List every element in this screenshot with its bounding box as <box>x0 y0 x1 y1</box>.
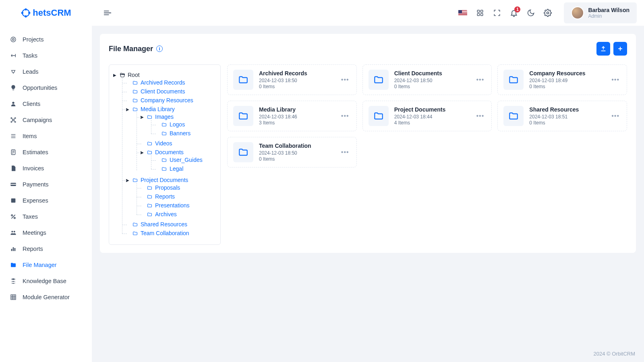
sidebar-item-expenses[interactable]: Expenses <box>0 192 92 209</box>
tree-node-user-guides[interactable]: User_Guides <box>155 157 216 163</box>
folder-menu-icon[interactable]: ••• <box>340 74 351 85</box>
folder-menu-icon[interactable]: ••• <box>340 111 351 121</box>
folder-open-icon <box>120 72 125 78</box>
folder-card[interactable]: Team Collaboration2024-12-03 18:500 Item… <box>227 137 357 168</box>
sidebar-item-clients[interactable]: Clients <box>0 96 92 112</box>
folder-date: 2024-12-03 18:46 <box>259 114 334 120</box>
tree-node-archives[interactable]: Archives <box>141 211 216 217</box>
sidebar-item-leads[interactable]: Leads <box>0 64 92 80</box>
folder-card[interactable]: Client Documents2024-12-03 18:500 Items•… <box>362 64 492 95</box>
sidebar-item-payments[interactable]: Payments <box>0 176 92 192</box>
avatar <box>571 6 584 19</box>
footer: 2024 © OrbitCRM <box>0 348 644 360</box>
tree-node-presentations[interactable]: Presentations <box>141 202 216 209</box>
tree-node-banners[interactable]: Banners <box>155 130 216 137</box>
tree-node-reports[interactable]: Reports <box>141 193 216 200</box>
upload-button[interactable] <box>596 42 610 56</box>
sidebar-item-taxes[interactable]: Taxes <box>0 209 92 225</box>
svg-line-30 <box>11 215 15 218</box>
folder-card[interactable]: Company Resources2024-12-03 18:490 Items… <box>497 64 627 95</box>
tree-node-logos[interactable]: Logos <box>155 121 216 128</box>
sidebar-item-estimates[interactable]: Estimates <box>0 144 92 160</box>
sidebar-item-invoices[interactable]: Invoices <box>0 160 92 176</box>
svg-point-3 <box>22 12 23 13</box>
folder-menu-icon[interactable]: ••• <box>475 74 486 85</box>
tree-node-shared-resources[interactable]: Shared Resources <box>126 221 216 228</box>
leads-icon <box>10 68 17 75</box>
sidebar-item-tasks[interactable]: Tasks <box>0 48 92 64</box>
folder-menu-icon[interactable]: ••• <box>610 111 621 121</box>
folder-name: Company Resources <box>529 70 604 77</box>
tree-node-images[interactable]: ▶Images <box>141 114 216 120</box>
sidebar-item-campaigns[interactable]: Campaigns <box>0 112 92 128</box>
tree-label: Root <box>128 72 140 78</box>
sidebar-item-label: Opportunities <box>23 85 57 91</box>
sidebar-item-reports[interactable]: Reports <box>0 241 92 257</box>
notifications-bell-icon[interactable]: 1 <box>510 9 518 17</box>
folder-icon <box>133 107 138 112</box>
apps-grid-icon[interactable] <box>476 9 484 17</box>
opportunities-icon <box>10 84 17 91</box>
folder-info: Client Documents2024-12-03 18:500 Items <box>394 70 469 89</box>
sidebar-item-module-generator[interactable]: Module Generator <box>0 289 92 305</box>
folder-info: Shared Resources2024-12-03 18:510 Items <box>529 106 604 126</box>
folder-card[interactable]: Shared Resources2024-12-03 18:510 Items•… <box>497 101 627 131</box>
tree-node-team-collaboration[interactable]: Team Collaboration <box>126 230 216 236</box>
dark-mode-icon[interactable] <box>527 9 535 17</box>
folder-tree: ▶ Root Archived Records Client Documents… <box>109 64 221 245</box>
language-flag-us[interactable] <box>458 10 467 16</box>
folder-icon <box>133 178 138 183</box>
tree-root[interactable]: ▶ Root <box>113 72 216 78</box>
sidebar-toggle-button[interactable] <box>103 8 112 17</box>
tree-label: Banners <box>170 130 191 137</box>
folder-name: Project Documents <box>394 106 469 113</box>
folder-menu-icon[interactable]: ••• <box>610 74 621 85</box>
tree-node-legal[interactable]: Legal <box>155 165 216 172</box>
folder-menu-icon[interactable]: ••• <box>475 111 486 121</box>
estimates-icon <box>10 149 17 156</box>
sidebar-item-label: Reports <box>23 246 43 252</box>
folder-name: Shared Resources <box>529 106 604 113</box>
logo-area[interactable]: hetsCRM <box>0 0 92 26</box>
folder-card[interactable]: Archived Records2024-12-03 18:500 Items•… <box>227 64 357 95</box>
user-name: Barbara Wilson <box>588 7 630 13</box>
tree-node-project-documents[interactable]: ▶Project Documents <box>126 177 216 183</box>
user-menu[interactable]: Barbara Wilson Admin <box>564 2 637 23</box>
fullscreen-icon[interactable] <box>493 9 501 17</box>
svg-rect-36 <box>13 247 14 251</box>
file-manager-card: File Manager i ▶ <box>100 34 636 253</box>
add-button[interactable] <box>613 42 627 56</box>
tree-node-videos[interactable]: Videos <box>141 140 216 147</box>
folder-menu-icon[interactable]: ••• <box>340 147 351 157</box>
sidebar-item-meetings[interactable]: Meetings <box>0 225 92 241</box>
folder-icon <box>233 106 253 126</box>
tree-node-documents[interactable]: ▶Documents <box>141 149 216 155</box>
folder-date: 2024-12-03 18:50 <box>259 150 334 156</box>
info-icon[interactable]: i <box>156 46 163 52</box>
caret-icon: ▶ <box>126 178 130 182</box>
tree-node-proposals[interactable]: Proposals <box>141 184 216 191</box>
sidebar-item-file-manager[interactable]: File Manager <box>0 257 92 273</box>
sidebar-item-projects[interactable]: Projects <box>0 31 92 48</box>
folder-count: 0 Items <box>529 120 604 126</box>
svg-rect-10 <box>478 14 480 16</box>
folder-icon <box>133 231 138 236</box>
tree-label: Media Library <box>141 106 175 112</box>
sidebar-item-knowledge-base[interactable]: Knowledge Base <box>0 273 92 289</box>
tree-node-client-documents[interactable]: Client Documents <box>126 88 216 95</box>
tree-node-media-library[interactable]: ▶Media Library <box>126 106 216 112</box>
svg-point-32 <box>14 217 15 219</box>
sidebar-item-opportunities[interactable]: Opportunities <box>0 80 92 96</box>
folder-grid-area: Archived Records2024-12-03 18:500 Items•… <box>227 64 627 245</box>
settings-gear-icon[interactable] <box>544 9 552 17</box>
tree-node-archived[interactable]: Archived Records <box>126 79 216 86</box>
folder-icon <box>133 98 138 103</box>
invoices-icon <box>10 165 17 172</box>
folder-card[interactable]: Project Documents2024-12-03 18:444 Items… <box>362 101 492 131</box>
folder-info: Media Library2024-12-03 18:463 Items <box>259 106 334 126</box>
folder-card[interactable]: Media Library2024-12-03 18:463 Items••• <box>227 101 357 131</box>
user-role: Admin <box>588 13 630 19</box>
svg-point-4 <box>29 12 30 13</box>
sidebar-item-items[interactable]: Items <box>0 128 92 144</box>
tree-node-company-resources[interactable]: Company Resources <box>126 97 216 103</box>
